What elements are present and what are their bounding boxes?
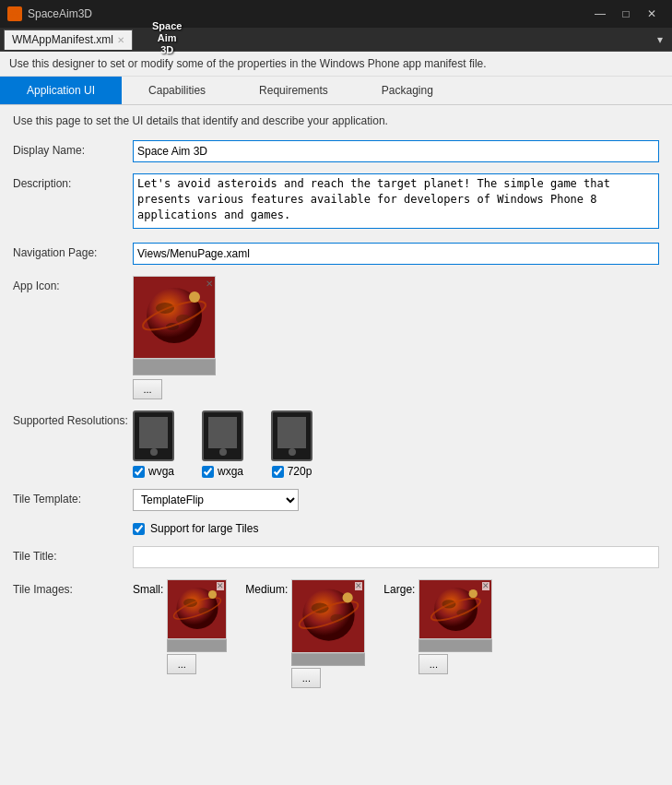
tab-bar: WMAppManifest.xml ✕ ▾ — [0, 28, 672, 52]
tile-images-control: Small: ✕ — [133, 579, 659, 688]
resolution-icons-row: wvga wxga 720p — [133, 410, 659, 478]
large-tiles-label: Support for large Tiles — [150, 522, 258, 535]
tile-images-label: Tile Images: — [13, 579, 133, 596]
display-name-control — [133, 140, 659, 162]
window-controls: — □ ✕ — [587, 5, 665, 23]
tile-images-content: Small: ✕ — [133, 579, 659, 688]
svg-point-7 — [189, 291, 200, 303]
res-wxga-label: wxga — [218, 465, 243, 478]
tile-medium-browse-button[interactable]: ... — [291, 668, 321, 688]
description-label: Description: — [13, 173, 133, 190]
navigation-page-label: Navigation Page: — [13, 243, 133, 259]
description-input[interactable]: Let's avoid asteroids and reach the targ… — [133, 173, 659, 229]
tab-packaging[interactable]: Packaging — [355, 77, 460, 104]
tile-large-box: ✕ — [419, 579, 492, 674]
large-tiles-checkbox[interactable] — [133, 523, 145, 535]
tile-large-strip — [419, 639, 492, 652]
minimize-button[interactable]: — — [587, 5, 613, 23]
res-wvga-label: wvga — [148, 465, 174, 478]
tile-medium-image: ✕ — [291, 579, 365, 653]
navigation-page-control — [133, 243, 659, 265]
large-tiles-control: Support for large Tiles — [133, 522, 659, 535]
description-row: Description: Let's avoid asteroids and r… — [13, 173, 659, 232]
display-name-row: Display Name: — [13, 140, 659, 162]
svg-point-22 — [468, 589, 477, 597]
tile-small-image: ✕ — [167, 579, 227, 639]
app-icon-remove-icon[interactable]: ✕ — [206, 279, 213, 289]
app-icon-image-box: ✕ — [133, 276, 216, 359]
tile-title-label: Tile Title: — [13, 546, 133, 563]
tile-medium-box: ✕ — [291, 579, 365, 688]
form-description: Use this page to set the UI details that… — [13, 114, 659, 127]
tile-medium-strip — [291, 653, 365, 666]
display-name-input[interactable] — [133, 140, 659, 162]
tile-medium-remove-icon[interactable]: ✕ — [355, 582, 362, 590]
large-tiles-row: Support for large Tiles — [13, 522, 659, 535]
app-icon-strip — [133, 359, 216, 375]
tile-small-strip — [167, 639, 227, 652]
resolution-wvga-item: wvga — [133, 410, 174, 478]
tile-title-input[interactable] — [133, 546, 659, 568]
tile-title-row: Tile Title: — [13, 546, 659, 568]
res-wxga-checkbox[interactable] — [202, 466, 214, 478]
svg-rect-1 — [10, 13, 19, 15]
tile-large-remove-icon[interactable]: ✕ — [482, 582, 489, 590]
resolutions-label: Supported Resolutions: — [13, 410, 133, 427]
maximize-button[interactable]: □ — [613, 5, 639, 23]
app-icon-container: ✕ — [133, 276, 659, 399]
app-icon-control: ✕ — [133, 276, 659, 399]
display-name-label: Display Name: — [13, 140, 133, 157]
top-tabs: Application UI Capabilities Requirements… — [0, 77, 672, 105]
tab-application-ui[interactable]: Application UI — [0, 77, 122, 104]
tile-template-select[interactable]: TemplateFlip TemplateCycle TemplateIconi… — [133, 489, 299, 511]
info-bar: Use this designer to set or modify some … — [0, 52, 672, 77]
info-text: Use this designer to set or modify some … — [9, 57, 487, 70]
app-title: SpaceAim3D — [28, 7, 92, 20]
tile-large-browse-button[interactable]: ... — [419, 654, 448, 674]
file-tab-label: WMAppManifest.xml — [12, 33, 113, 46]
form-area: Use this page to set the UI details that… — [0, 105, 672, 708]
app-icon-svg — [137, 280, 211, 354]
tile-template-label: Tile Template: — [13, 489, 133, 505]
res-720p-checkbox[interactable] — [272, 466, 284, 478]
app-icon — [7, 6, 22, 21]
tab-close-icon[interactable]: ✕ — [117, 35, 124, 45]
tab-dropdown-icon[interactable]: ▾ — [652, 33, 668, 46]
close-button[interactable]: ✕ — [639, 5, 665, 23]
res-wvga-checkbox[interactable] — [133, 466, 145, 478]
tab-capabilities[interactable]: Capabilities — [122, 77, 232, 104]
tile-small-browse-button[interactable]: ... — [167, 654, 196, 674]
tile-large-label: Large: — [383, 579, 415, 596]
tile-small-remove-icon[interactable]: ✕ — [217, 582, 224, 590]
tile-images-row: Tile Images: Small: ✕ — [13, 579, 659, 688]
tile-title-control — [133, 546, 659, 568]
navigation-page-row: Navigation Page: — [13, 243, 659, 265]
description-control: Let's avoid asteroids and reach the targ… — [133, 173, 659, 232]
navigation-page-input[interactable] — [133, 243, 659, 265]
tile-medium-label: Medium: — [245, 579, 288, 596]
resolutions-control: wvga wxga 720p — [133, 410, 659, 478]
tile-large-image: ✕ — [419, 579, 492, 639]
title-bar: SpaceAim3D — □ ✕ — [0, 0, 672, 28]
file-tab[interactable]: WMAppManifest.xml ✕ — [4, 30, 133, 50]
tile-small-box: ✕ — [167, 579, 227, 674]
app-icon-row: App Icon: ✕ — [13, 276, 659, 399]
tile-template-control: TemplateFlip TemplateCycle TemplateIconi… — [133, 489, 659, 511]
tile-medium-svg — [294, 582, 363, 651]
resolutions-row: Supported Resolutions: wvga wxga — [13, 410, 659, 478]
tile-small-label: Small: — [133, 579, 163, 596]
app-icon-label: App Icon: — [13, 276, 133, 292]
tile-large-svg — [421, 581, 490, 638]
resolution-720p-item: 720p — [271, 410, 312, 478]
res-720p-icon — [271, 410, 312, 461]
res-wvga-icon — [133, 410, 174, 461]
resolution-wxga-item: wxga — [202, 410, 243, 478]
svg-point-17 — [342, 592, 352, 602]
app-icon-browse-button[interactable]: ... — [133, 379, 162, 399]
res-wxga-icon — [202, 410, 243, 461]
tile-template-row: Tile Template: TemplateFlip TemplateCycl… — [13, 489, 659, 511]
svg-point-12 — [208, 590, 217, 599]
res-720p-label: 720p — [288, 465, 312, 478]
tab-requirements[interactable]: Requirements — [232, 77, 355, 104]
